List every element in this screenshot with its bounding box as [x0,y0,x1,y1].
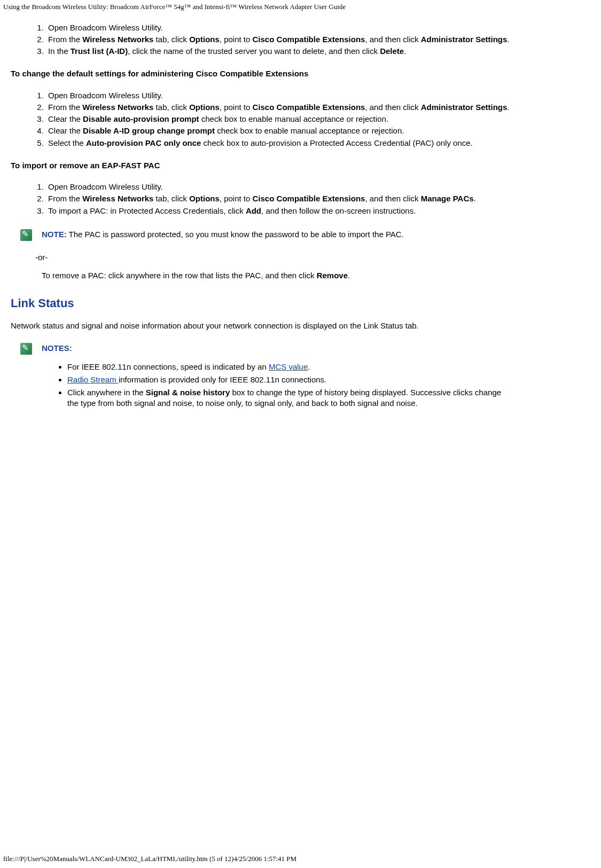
text-bold: Wireless Networks [82,103,153,112]
text: From the [48,194,82,203]
document-body: Open Broadcom Wireless Utility. From the… [0,12,601,413]
list-item: Click anywhere in the Signal & noise his… [67,387,581,409]
note-text: The PAC is password protected, so you mu… [67,230,404,239]
text: From the [48,103,82,112]
list-item: Clear the Disable A-ID group change prom… [46,126,590,136]
text: , and then click [365,35,420,44]
text: tab, click [153,103,189,112]
text-bold: Wireless Networks [82,35,153,44]
link-mcs-value[interactable]: MCS value [269,362,308,371]
or-separator: -or- [35,252,590,263]
text-bold: Options [189,103,220,112]
text: information is provided only for IEEE 80… [119,375,326,384]
text: From the [48,35,82,44]
text: tab, click [153,35,189,44]
list-item: From the Wireless Networks tab, click Op… [46,34,590,45]
text: For IEEE 802.11n connections, speed is i… [67,362,269,371]
text-bold: Administrator Settings [421,35,508,44]
heading-change-defaults: To change the default settings for admin… [11,68,590,79]
remove-pac-instruction: To remove a PAC: click anywhere in the r… [42,270,590,281]
text: . [348,271,350,280]
text: tab, click [153,194,189,203]
text: Click anywhere in the [67,388,146,397]
text: Select the [48,138,86,147]
text-bold: Wireless Networks [82,194,153,203]
list-item: From the Wireless Networks tab, click Op… [46,193,590,204]
text: . [404,46,406,56]
text-bold: Trust list (A-ID) [71,46,128,56]
text-bold: Delete [380,46,404,56]
text: Clear the [48,126,83,135]
text: check box to auto-provision a Protected … [201,138,472,147]
text: , and then click [365,103,420,112]
list-item: For IEEE 802.11n connections, speed is i… [67,362,581,372]
list-item: Select the Auto-provision PAC only once … [46,138,590,148]
notes-block: NOTES: For IEEE 802.11n connections, spe… [17,341,584,413]
text-bold: Signal & noise history [146,388,230,397]
text-bold: Options [189,194,220,203]
text: check box to enable manual acceptance or… [215,126,404,135]
page-header: Using the Broadcom Wireless Utility: Bro… [0,0,601,12]
text-bold: Cisco Compatible Extensions [253,103,365,112]
text-bold: Add [246,206,261,215]
text-bold: Disable A-ID group change prompt [83,126,215,135]
list-item: Open Broadcom Wireless Utility. [46,22,590,33]
link-status-paragraph: Network status and signal and noise info… [11,320,590,331]
text: To remove a PAC: click anywhere in the r… [42,271,317,280]
text: , and then click [365,194,420,203]
link-radio-stream[interactable]: Radio Stream [67,375,119,384]
text-bold: Disable auto-provision prompt [83,114,199,123]
list-item: Open Broadcom Wireless Utility. [46,182,590,192]
text: , and then follow the on-screen instruct… [261,206,416,215]
steps-import-remove-pac: Open Broadcom Wireless Utility. From the… [11,182,590,216]
steps-delete-trusted-server: Open Broadcom Wireless Utility. From the… [11,22,590,57]
text: . [474,194,476,203]
text-bold: Cisco Compatible Extensions [253,194,365,203]
text: . [507,103,509,112]
note-content: NOTE: The PAC is password protected, so … [38,227,584,246]
list-item: Clear the Disable auto-provision prompt … [46,114,590,124]
text: , point to [220,194,253,203]
list-item: In the Trust list (A-ID), click the name… [46,46,590,57]
text: In the [48,46,71,56]
note-icon [20,229,32,241]
heading-import-remove-pac: To import or remove an EAP-FAST PAC [11,160,590,171]
heading-link-status: Link Status [11,295,590,311]
text-bold: Administrator Settings [421,103,508,112]
text: , point to [220,103,253,112]
text: . [507,35,509,44]
text: . [308,362,310,371]
text-bold: Manage PACs [421,194,474,203]
notes-content: NOTES: For IEEE 802.11n connections, spe… [38,341,584,413]
notes-label: NOTES: [42,343,72,353]
note-label: NOTE: [42,230,67,239]
note-pac-password: NOTE: The PAC is password protected, so … [17,227,584,246]
text-bold: Auto-provision PAC only once [86,138,201,147]
list-item: To import a PAC: in Protected Access Cre… [46,206,590,216]
text-bold: Cisco Compatible Extensions [253,35,365,44]
note-icon [20,343,32,355]
list-item: Radio Stream information is provided onl… [67,374,581,385]
text: , point to [220,35,253,44]
text-bold: Options [189,35,220,44]
text: Clear the [48,114,83,123]
text: check box to enable manual acceptance or… [199,114,388,123]
list-item: From the Wireless Networks tab, click Op… [46,102,590,113]
page-footer: file:///P|/User%20Manuals/WLANCard-UM302… [3,854,296,864]
text-bold: Remove [317,271,348,280]
steps-change-defaults: Open Broadcom Wireless Utility. From the… [11,90,590,148]
notes-list: For IEEE 802.11n connections, speed is i… [42,362,581,409]
list-item: Open Broadcom Wireless Utility. [46,90,590,101]
text: , click the name of the trusted server y… [128,46,380,56]
text: To import a PAC: in Protected Access Cre… [48,206,246,215]
